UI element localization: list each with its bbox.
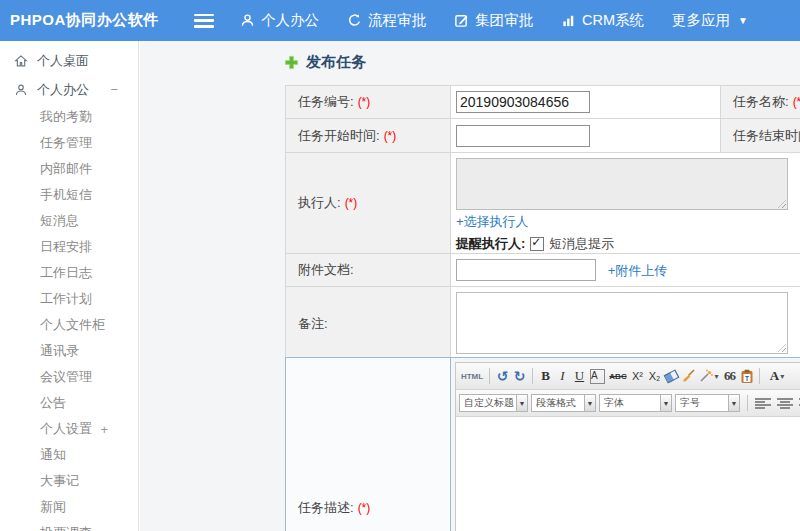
page-title: 发布任务	[306, 53, 366, 72]
table-row: 备注:	[286, 287, 800, 362]
sidebar-item-announcement[interactable]: 公告	[0, 390, 138, 416]
editor-content[interactable]	[456, 417, 800, 531]
nav-item-crm-system[interactable]: CRM系统	[561, 11, 644, 30]
nav-item-personal-office[interactable]: 个人办公	[240, 11, 319, 30]
table-row: 执行人:(*) +选择执行人 提醒执行人: 短消息提示	[286, 153, 800, 254]
caret-down-icon: ▾	[780, 372, 784, 381]
eraser-icon	[664, 369, 680, 383]
undo-button[interactable]: ↺	[494, 366, 511, 386]
sidebar-item-news[interactable]: 新闻	[0, 494, 138, 520]
sidebar-item-events[interactable]: 大事记	[0, 468, 138, 494]
sidebar-item-personal-settings[interactable]: 个人设置 +	[0, 416, 138, 442]
sidebar-item-work-log[interactable]: 工作日志	[0, 260, 138, 286]
blockquote-button[interactable]: 66	[721, 366, 738, 386]
bold-button[interactable]: B	[537, 366, 554, 386]
sidebar-item-schedule[interactable]: 日程安排	[0, 234, 138, 260]
required-marker: (*)	[793, 95, 800, 109]
redo-button[interactable]: ↻	[511, 366, 528, 386]
nav-item-group-approval[interactable]: 集团审批	[454, 11, 533, 30]
app-header: PHPOA协同办公软件 个人办公 流程审批 集团审批	[0, 0, 800, 41]
sidebar-item-meeting-management[interactable]: 会议管理	[0, 364, 138, 390]
sidebar-item-clipped[interactable]: 投票调查	[0, 520, 138, 531]
sidebar-item-attendance[interactable]: 我的考勤	[0, 104, 138, 130]
home-icon	[14, 54, 28, 68]
task-form-table: 任务编号:(*) 任务名称:(*) 任务开始时间:(*) 任务结束时间:(*) …	[285, 85, 800, 362]
hamburger-menu-button[interactable]	[194, 14, 214, 28]
superscript-button[interactable]: X²	[629, 366, 646, 386]
table-row: 附件文档: +附件上传	[286, 254, 800, 287]
attachment-label: 附件文档:	[298, 262, 354, 277]
font-size-select[interactable]: 字号	[675, 394, 729, 412]
html-source-button[interactable]: HTML	[459, 366, 485, 386]
editor-toolbar-top: HTML ↺ ↻ B I U A ABC X² X₂	[456, 363, 800, 390]
required-marker: (*)	[358, 95, 371, 109]
expand-toggle-icon[interactable]: +	[100, 422, 108, 437]
sidebar-item-contacts[interactable]: 通讯录	[0, 338, 138, 364]
nav-item-more-apps[interactable]: 更多应用 ▼	[672, 11, 748, 30]
table-row: 任务编号:(*) 任务名称:(*)	[286, 86, 800, 119]
remark-label: 备注:	[298, 316, 328, 331]
main-content: 发布任务 任务编号:(*) 任务名称:(*) 任务开始时间:(*) 任务结束时间…	[140, 41, 800, 531]
user-icon	[14, 83, 28, 97]
magic-wand-icon	[699, 369, 713, 383]
sidebar-item-internal-mail[interactable]: 内部邮件	[0, 156, 138, 182]
collapse-toggle-icon[interactable]: −	[110, 82, 118, 97]
paragraph-format-select[interactable]: 段落格式	[531, 394, 585, 412]
rich-text-editor: HTML ↺ ↻ B I U A ABC X² X₂	[455, 362, 800, 531]
caret-down-icon[interactable]: ▼	[729, 394, 740, 412]
sms-remind-label: 短消息提示	[549, 235, 614, 253]
subscript-button[interactable]: X₂	[646, 366, 663, 386]
caret-down-icon[interactable]: ▼	[585, 394, 596, 412]
workflow-approval-icon	[347, 13, 362, 28]
brush-icon	[682, 369, 696, 383]
table-row: 任务开始时间:(*) 任务结束时间:(*)	[286, 119, 800, 153]
choose-executor-link[interactable]: +选择执行人	[456, 214, 529, 229]
sidebar-item-personal-desktop[interactable]: 个人桌面	[0, 46, 138, 75]
sidebar-item-short-message[interactable]: 短消息	[0, 208, 138, 234]
sidebar-item-task-management[interactable]: 任务管理	[0, 130, 138, 156]
strikethrough-button[interactable]: ABC	[607, 366, 629, 386]
task-name-label: 任务名称:	[733, 94, 789, 109]
end-time-label: 任务结束时间:	[733, 128, 800, 143]
attachment-input[interactable]	[456, 259, 596, 281]
eraser-button[interactable]	[663, 366, 680, 386]
sidebar-item-file-cabinet[interactable]: 个人文件柜	[0, 312, 138, 338]
task-description-table: 任务描述:(*) HTML ↺ ↻ B I U A ABC X²	[285, 357, 800, 531]
align-center-button[interactable]	[777, 398, 793, 409]
magic-wand-button[interactable]: ▾	[697, 366, 721, 386]
task-desc-label: 任务描述:	[298, 500, 354, 515]
font-color-button[interactable]: A ▾	[764, 366, 790, 386]
brush-button[interactable]	[680, 366, 697, 386]
font-family-select[interactable]: 字体	[599, 394, 661, 412]
sidebar-item-notice[interactable]: 通知	[0, 442, 138, 468]
remind-executor-label: 提醒执行人:	[456, 235, 525, 253]
executor-textarea[interactable]	[456, 158, 788, 210]
start-time-input[interactable]	[456, 125, 590, 147]
sidebar-item-work-plan[interactable]: 工作计划	[0, 286, 138, 312]
edit-square-icon	[454, 13, 469, 28]
app-logo: PHPOA协同办公软件	[0, 11, 160, 30]
task-number-input[interactable]	[456, 91, 590, 113]
start-time-label: 任务开始时间:	[298, 128, 380, 143]
align-left-button[interactable]	[755, 398, 771, 409]
table-row: 任务描述:(*) HTML ↺ ↻ B I U A ABC X²	[286, 358, 800, 531]
required-marker: (*)	[358, 501, 371, 515]
sms-remind-checkbox[interactable]	[530, 237, 544, 251]
nav-item-workflow-approval[interactable]: 流程审批	[347, 11, 426, 30]
attachment-upload-link[interactable]: +附件上传	[608, 263, 668, 278]
required-marker: (*)	[345, 196, 358, 210]
paste-button[interactable]: T	[738, 366, 755, 386]
sidebar-item-mobile-sms[interactable]: 手机短信	[0, 182, 138, 208]
sidebar: 个人桌面 个人办公 − 我的考勤 任务管理 内部邮件 手机短信 短消息 日程安排…	[0, 41, 139, 531]
heading-select[interactable]: 自定义标题	[459, 394, 517, 412]
executor-label: 执行人:	[298, 195, 341, 210]
remark-textarea[interactable]	[456, 292, 788, 354]
caret-down-icon[interactable]: ▼	[517, 394, 528, 412]
green-plus-icon	[284, 55, 299, 70]
underline-button[interactable]: U	[571, 366, 588, 386]
caret-down-icon: ▼	[738, 15, 748, 26]
sidebar-item-personal-office[interactable]: 个人办公 −	[0, 75, 138, 104]
font-box-button[interactable]: A	[590, 369, 605, 384]
italic-button[interactable]: I	[554, 366, 571, 386]
caret-down-icon[interactable]: ▼	[661, 394, 672, 412]
